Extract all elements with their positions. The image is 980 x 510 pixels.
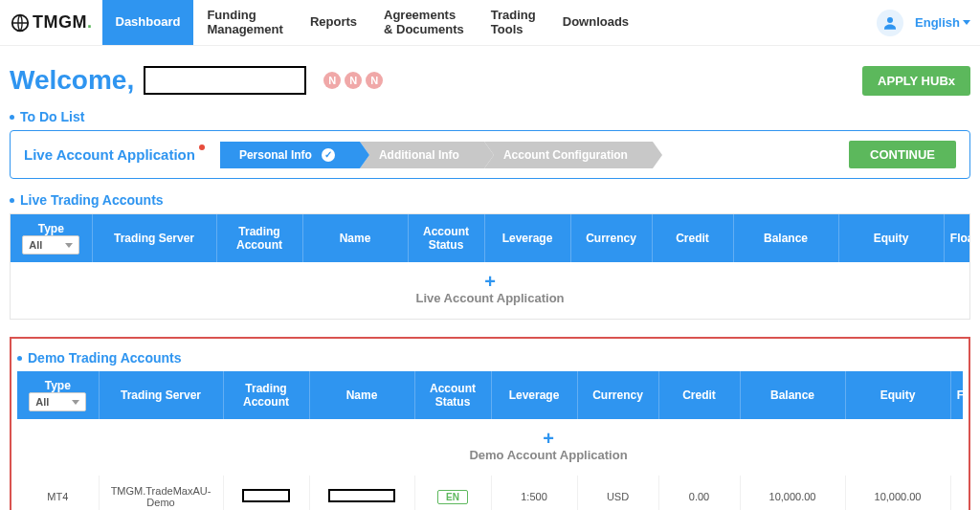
globe-icon (10, 12, 31, 33)
notification-badge[interactable]: N (323, 72, 341, 89)
user-avatar[interactable] (877, 10, 903, 36)
plus-icon: + (17, 429, 963, 448)
add-demo-row: + Demo Account Application (17, 419, 963, 476)
application-steps: Personal Info ✓ Additional Info Account … (220, 142, 834, 168)
live-accounts-heading: Live Trading Accounts (10, 192, 970, 208)
user-icon (881, 14, 899, 32)
svg-point-1 (887, 17, 893, 23)
continue-button[interactable]: CONTINUE (849, 141, 956, 168)
add-demo-account[interactable]: + Demo Account Application (17, 419, 963, 476)
nav-reports[interactable]: Reports (297, 0, 370, 45)
type-filter-select[interactable]: All (29, 392, 86, 411)
check-icon: ✓ (322, 148, 335, 162)
status-badge: EN (437, 490, 468, 504)
live-accounts-table: Type All Trading Server Trading Account … (10, 213, 970, 320)
demo-section-highlight: Demo Trading Accounts Type All Trading S… (10, 337, 970, 510)
step-account-config[interactable]: Account Configuration (484, 142, 653, 168)
demo-accounts-heading: Demo Trading Accounts (17, 350, 963, 366)
todo-heading: To Do List (10, 109, 970, 124)
username-placeholder (144, 66, 306, 95)
nav-funding[interactable]: FundingManagement (193, 0, 296, 45)
todo-box: Live Account Application Personal Info ✓… (10, 130, 970, 179)
nav-agreements[interactable]: Agreements& Documents (370, 0, 478, 45)
chevron-down-icon (963, 20, 970, 25)
redacted-account (242, 489, 290, 502)
plus-icon: + (11, 272, 969, 291)
notification-badge[interactable]: N (345, 72, 362, 89)
brand-text: TMGM (33, 12, 87, 33)
chevron-down-icon (72, 400, 79, 405)
redacted-name (328, 489, 395, 502)
add-live-account[interactable]: + Live Account Application (11, 262, 969, 319)
top-nav: TMGM. Dashboard FundingManagement Report… (0, 0, 980, 46)
notification-badge[interactable]: N (366, 72, 383, 89)
nav-trading-tools[interactable]: TradingTools (478, 0, 549, 45)
live-application-title: Live Account Application (24, 146, 205, 163)
type-filter-select[interactable]: All (22, 235, 79, 255)
language-selector[interactable]: English (915, 15, 970, 30)
apply-hubx-button[interactable]: APPLY HUBx (862, 66, 970, 96)
step-personal-info[interactable]: Personal Info ✓ (220, 142, 360, 168)
welcome-text: Welcome, (10, 65, 134, 96)
nav-downloads[interactable]: Downloads (549, 0, 642, 45)
step-additional-info[interactable]: Additional Info (360, 142, 484, 168)
brand-logo: TMGM. (6, 12, 102, 33)
nav-dashboard[interactable]: Dashboard (102, 0, 194, 45)
demo-account-row[interactable]: MT4 TMGM.TradeMaxAU-Demo EN 1:500 USD 0.… (17, 476, 963, 510)
chevron-down-icon (65, 243, 73, 248)
demo-accounts-table: Type All Trading Server Trading Account … (17, 371, 963, 510)
welcome-row: Welcome, N N N APPLY HUBx (10, 65, 970, 96)
